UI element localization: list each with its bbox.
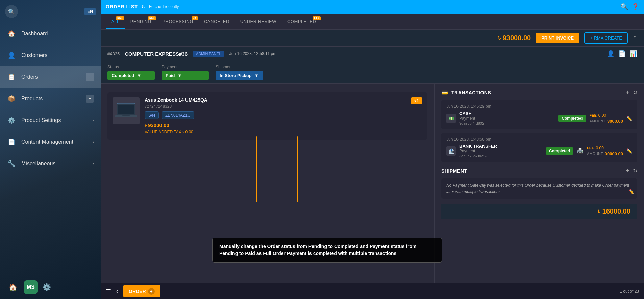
transaction-edit-button-1[interactable]: ✏️ [626,116,632,121]
transaction-date-1: Jun 16 2023, 1:45:29 pm [446,104,632,109]
transactions-title: TRANSACTIONS [451,90,491,95]
product-info: Asus Zenbook 14 UM425QA 727247248328 S/N… [145,97,406,134]
print-invoice-button[interactable]: PRINT INVOICE [536,33,579,43]
topbar-search-icon[interactable]: 🔍 [621,3,628,10]
payment-chevron-icon: ▼ [177,73,182,78]
sidebar-item-content-management[interactable]: 📄 Content Management › [0,131,101,153]
shipment-column: Shipment In Store Pickup ▼ [216,65,263,80]
product-tags: S/N ZEN014AZ1U [145,111,406,119]
tab-processing[interactable]: PROCESSING 42 [157,15,199,28]
status-value: Completed [112,73,134,78]
sn-tag[interactable]: S/N [145,111,159,119]
shipment-refresh-button[interactable]: ↻ [633,168,637,174]
transaction-method-2: BANK TRANSFER [459,144,542,149]
main-content: ORDER LIST ↻ Fetched recently 🔍 ❓ ALL 99… [101,0,644,299]
chevron-right-icon: › [93,161,94,166]
orders-icon: 📋 [7,72,16,82]
transaction-id-1: 9dae5bf4-d802-... [459,121,555,125]
status-dropdown[interactable]: Completed ▼ [107,71,155,80]
chart-icon[interactable]: 📊 [630,50,637,57]
right-panel: 💳 TRANSACTIONS + ↻ Jun 16 2023, 1:45:29 … [435,84,644,283]
shipment-value: In Store Pickup [220,73,252,78]
avatar[interactable]: MS [24,280,38,294]
user-icon[interactable]: 👤 [607,50,614,57]
home-button[interactable]: 🏠 [7,281,19,293]
order-number: #4335 [107,51,120,56]
page-title: ORDER LIST [106,4,138,9]
fee-label-2: FEE [587,146,594,150]
nav-prev-button[interactable]: ‹ [116,288,118,295]
tab-all[interactable]: ALL 99+ [106,15,125,29]
left-panel: Asus Zenbook 14 UM425QA 727247248328 S/N… [101,84,435,283]
transaction-edit-button-2[interactable]: ✏️ [626,148,632,154]
bottom-bar: ☰ ‹ ORDER + 1 out of 23 [101,283,644,299]
status-chevron-icon: ▼ [137,73,141,78]
transaction-details-1: CASH Payment 9dae5bf4-d802-... [459,111,555,125]
payment-value: Paid [166,73,175,78]
print-transaction-icon[interactable]: 🖨️ [577,148,584,154]
shipment-note-edit-button[interactable]: ✏️ [628,188,634,195]
search-button[interactable]: 🔍 [5,5,18,18]
transactions-add-button[interactable]: + [626,89,629,96]
sidebar-item-product-settings[interactable]: ⚙️ Product Settings › [0,109,101,131]
svg-rect-3 [122,115,130,116]
zen-tag[interactable]: ZEN014AZ1U [162,111,194,119]
collapse-button[interactable]: ⌃ [633,35,637,41]
refresh-icon[interactable]: ↻ [141,4,146,10]
settings-button[interactable]: ⚙️ [43,283,51,291]
sidebar-item-miscellaneous[interactable]: 🔧 Miscellaneous › [0,153,101,174]
hamburger-icon[interactable]: ☰ [106,288,111,295]
fee-row-2: FEE 0.00 [587,146,623,150]
transaction-status-badge-2: Completed [546,147,573,155]
tab-under-review[interactable]: UNDER REVIEW [235,15,282,28]
transactions-refresh-button[interactable]: ↻ [633,89,637,96]
fetch-status: Fetched recently [149,4,179,9]
tab-processing-badge: 42 [192,16,198,20]
dashboard-icon: 🏠 [7,29,16,39]
transaction-type-1: Payment [459,116,555,121]
shipment-dropdown[interactable]: In Store Pickup ▼ [216,71,263,80]
document-icon[interactable]: 📄 [618,50,626,57]
sidebar-item-dashboard[interactable]: 🏠 Dashboard [0,23,101,45]
sidebar-item-orders[interactable]: 📋 Orders + [0,66,101,88]
arrow-payment [297,136,298,202]
shipment-add-button[interactable]: + [626,167,629,174]
sidebar-label-product-settings: Product Settings [21,117,61,123]
topbar: ORDER LIST ↻ Fetched recently 🔍 ❓ [101,0,644,14]
sidebar-label-orders: Orders [21,74,38,80]
amount-label-2: AMOUNT [587,152,603,156]
order-header-row: #4335 COMPUTER EXPRESS#36 ADMIN PANEL Ju… [101,47,644,84]
sidebar-item-customers[interactable]: 👤 Customers [0,45,101,66]
rma-create-button[interactable]: + RMA CREATE [584,32,628,44]
language-badge[interactable]: EN [84,8,96,15]
panels-row: Asus Zenbook 14 UM425QA 727247248328 S/N… [101,84,644,283]
products-add-button[interactable]: + [86,95,94,103]
shipment-section: SHIPMENT + ↻ No Payment Gateway was sele… [441,167,637,199]
credit-card-icon: 💳 [441,89,448,96]
customers-icon: 👤 [7,51,16,60]
topbar-help-icon[interactable]: ❓ [631,3,639,10]
order-customer-name: COMPUTER EXPRESS#36 [125,51,188,57]
shipment-note: No Payment Gateway was selected for this… [441,178,637,199]
payment-dropdown[interactable]: Paid ▼ [162,71,209,80]
tab-canceled-label: CANCELED [204,19,229,24]
payment-column: Payment Paid ▼ [162,65,209,80]
tab-canceled[interactable]: CANCELED [199,15,235,28]
order-action-button[interactable]: ORDER + [123,285,160,297]
transaction-item: Jun 16 2023, 1:45:29 pm 💵 CASH Payment 9… [441,100,637,129]
order-section: ৳ 93000.00 PRINT INVOICE + RMA CREATE ⌃ … [101,30,644,299]
tab-completed[interactable]: COMPLETED 99+ [282,15,321,28]
payment-label: Payment [162,65,209,69]
tab-pending[interactable]: PENDING 99+ [125,15,157,28]
amount-value-1: 3000.00 [607,119,623,124]
amount-label-1: AMOUNT [589,119,605,123]
sidebar: 🔍 EN 🏠 Dashboard 👤 Customers 📋 Orders + … [0,0,101,299]
sidebar-label-dashboard: Dashboard [21,31,48,37]
orders-add-button[interactable]: + [86,73,94,81]
order-total-amount: ৳ 93000.00 [498,34,531,42]
order-date: Jun 16 2023, 12:58:11 pm [229,51,276,56]
amount-row-1: AMOUNT 3000.00 [589,119,623,124]
products-icon: 📦 [7,94,16,103]
sidebar-item-products[interactable]: 📦 Products + [0,88,101,109]
product-price: ৳ 93000.00 [145,122,406,128]
